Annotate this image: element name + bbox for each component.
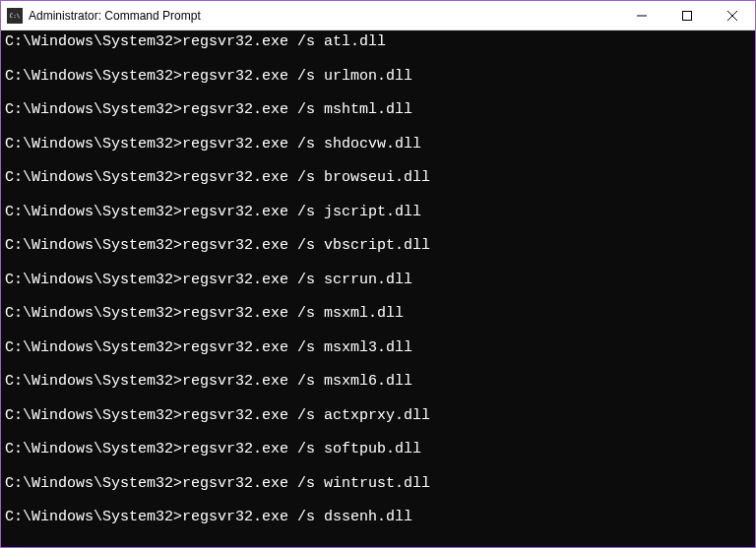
terminal-line: C:\Windows\System32>regsvr32.exe /s soft… <box>5 442 751 458</box>
command-line: C:\Windows\System32>regsvr32.exe /s atl.… <box>5 34 751 51</box>
terminal-line: C:\Windows\System32>regsvr32.exe /s dsse… <box>5 510 751 526</box>
terminal-line: C:\Windows\System32>regsvr32.exe /s atl.… <box>5 34 751 51</box>
terminal-line: C:\Windows\System32>regsvr32.exe /s brow… <box>5 170 751 187</box>
close-button[interactable] <box>710 1 755 30</box>
command-line: C:\Windows\System32>regsvr32.exe /s msxm… <box>5 374 751 391</box>
terminal-line: C:\Windows\System32>regsvr32.exe /s jscr… <box>5 205 751 221</box>
command-prompt-window: Administrator: Command Prompt C:\Windows… <box>0 0 756 548</box>
terminal-line: C:\Windows\System32>regsvr32.exe /s vbsc… <box>5 238 751 255</box>
minimize-button[interactable] <box>619 1 664 30</box>
terminal-line: C:\Windows\System32>regsvr32.exe /s scrr… <box>5 273 751 289</box>
terminal-line: C:\Windows\System32>regsvr32.exe /s shdo… <box>5 137 751 153</box>
cmd-icon <box>7 8 23 24</box>
maximize-button[interactable] <box>664 1 710 30</box>
command-line: C:\Windows\System32>regsvr32.exe /s dsse… <box>5 510 751 526</box>
window-controls <box>619 1 755 30</box>
command-line: C:\Windows\System32>regsvr32.exe /s wint… <box>5 476 751 493</box>
terminal-line: C:\Windows\System32>regsvr32.exe /s msxm… <box>5 340 751 357</box>
command-line: C:\Windows\System32>regsvr32.exe /s urlm… <box>5 69 751 86</box>
terminal-line: C:\Windows\System32>regsvr32.exe /s msht… <box>5 102 751 119</box>
command-line: C:\Windows\System32>regsvr32.exe /s jscr… <box>5 205 751 221</box>
titlebar[interactable]: Administrator: Command Prompt <box>1 1 755 30</box>
command-line: C:\Windows\System32>regsvr32.exe /s msht… <box>5 102 751 119</box>
terminal-output[interactable]: C:\Windows\System32>regsvr32.exe /s atl.… <box>1 30 755 547</box>
command-line: C:\Windows\System32>regsvr32.exe /s msxm… <box>5 340 751 357</box>
command-line: C:\Windows\System32>regsvr32.exe /s shdo… <box>5 137 751 153</box>
terminal-line: C:\Windows\System32>regsvr32.exe /s msxm… <box>5 306 751 323</box>
terminal-line: C:\Windows\System32>regsvr32.exe /s actx… <box>5 408 751 425</box>
command-line: C:\Windows\System32>regsvr32.exe /s soft… <box>5 442 751 458</box>
window-title: Administrator: Command Prompt <box>29 9 619 23</box>
terminal-line: C:\Windows\System32>regsvr32.exe /s urlm… <box>5 69 751 86</box>
svg-rect-1 <box>683 12 692 21</box>
command-line: C:\Windows\System32>regsvr32.exe /s vbsc… <box>5 238 751 255</box>
command-line: C:\Windows\System32>regsvr32.exe /s actx… <box>5 408 751 425</box>
terminal-line: C:\Windows\System32>regsvr32.exe /s msxm… <box>5 374 751 391</box>
command-line: C:\Windows\System32>regsvr32.exe /s brow… <box>5 170 751 187</box>
terminal-line: C:\Windows\System32>regsvr32.exe /s wint… <box>5 476 751 493</box>
command-line: C:\Windows\System32>regsvr32.exe /s scrr… <box>5 273 751 289</box>
command-line: C:\Windows\System32>regsvr32.exe /s msxm… <box>5 306 751 323</box>
